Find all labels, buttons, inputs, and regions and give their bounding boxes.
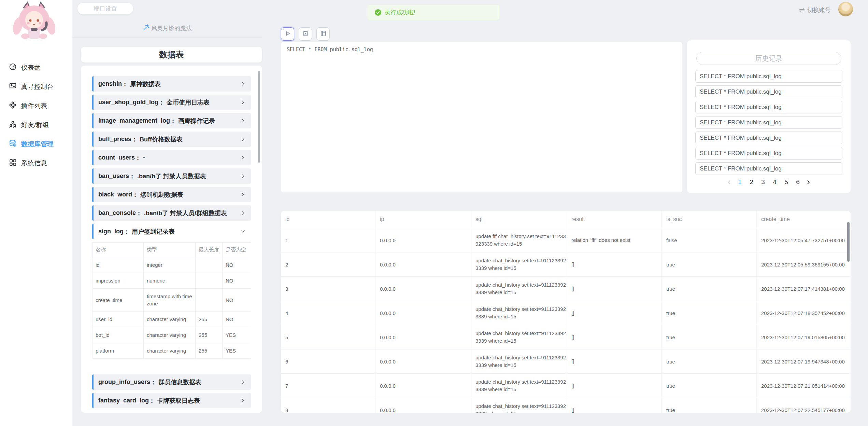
chevron-right-icon xyxy=(240,398,245,403)
history-item[interactable]: SELECT * FROM public.sql_log xyxy=(695,132,842,144)
sidebar-item-system[interactable]: 系统信息 xyxy=(0,154,72,173)
plugins-icon xyxy=(9,101,17,111)
schema-row: bot_id character varying 255 YES xyxy=(93,327,251,343)
schema-cell-nullable: NO xyxy=(223,273,251,289)
gauge-icon xyxy=(9,63,17,72)
table-name: user_shop_gold_log xyxy=(98,99,158,106)
sidebar-item-database[interactable]: 数据库管理 xyxy=(0,135,72,154)
pagination-page[interactable]: 4 xyxy=(771,178,778,186)
schema-cell-nullable: NO xyxy=(223,257,251,273)
schema-cell-maxlen xyxy=(196,273,223,289)
history-item[interactable]: SELECT * FROM public.sql_log xyxy=(695,116,842,129)
journal-icon-button[interactable] xyxy=(316,27,330,41)
sidebar-menu: 仪表盘 真寻控制台 插件列表 好友/群组 数据库管理 系统信息 xyxy=(0,58,72,173)
schema-cell-name: platform xyxy=(93,343,144,359)
sidebar-item-label: 真寻控制台 xyxy=(21,82,54,91)
sidebar-item-dashboard[interactable]: 仪表盘 xyxy=(0,58,72,77)
port-settings-button[interactable]: 端口设置 xyxy=(77,3,133,14)
chevron-right-icon xyxy=(240,118,245,123)
results-header-result: result xyxy=(567,211,662,228)
table-separator: ： xyxy=(135,154,141,162)
table-item[interactable]: ban_console：.ban/b了 封禁人员/群组数据表 xyxy=(92,205,251,221)
schema-cell-maxlen: 255 xyxy=(196,312,223,327)
table-item[interactable]: fantasy_card_log：卡牌获取日志表 xyxy=(92,393,251,408)
table-item[interactable]: ban_users：.ban/b了 封禁人员数据表 xyxy=(92,168,251,184)
cell-createtime: 2023-12-30T12:07:19.947348+00:00 xyxy=(757,349,851,374)
switch-account-label: 切换账号 xyxy=(808,6,831,14)
schema-cell-nullable: NO xyxy=(223,289,251,312)
table-item[interactable]: black_word：惩罚机制数据表 xyxy=(92,187,251,202)
table-item[interactable]: sign_log：用户签到记录表 xyxy=(92,224,251,239)
switch-account-button[interactable]: ⇌ 切换账号 xyxy=(799,6,831,14)
sidebar-item-plugins[interactable]: 插件列表 xyxy=(0,96,72,115)
schema-row: platform character varying 255 YES xyxy=(93,343,251,359)
cell-issuc: true xyxy=(662,374,757,398)
cell-issuc: true xyxy=(662,301,757,325)
history-item[interactable]: SELECT * FROM public.sql_log xyxy=(695,85,842,98)
chevron-right-icon xyxy=(240,81,245,86)
table-item[interactable]: image_management_log：画廊操作记录 xyxy=(92,113,251,128)
history-item[interactable]: SELECT * FROM public.sql_log xyxy=(695,147,842,160)
schema-cell-name: user_id xyxy=(93,312,144,327)
chevron-right-icon xyxy=(240,100,245,105)
sidebar-item-console[interactable]: 真寻控制台 xyxy=(0,77,72,96)
schema-cell-maxlen xyxy=(196,289,223,312)
clear-sql-button[interactable] xyxy=(299,27,312,41)
system-icon xyxy=(9,159,17,168)
cell-createtime: 2023-12-30T12:05:59.369155+00:00 xyxy=(757,252,851,277)
table-schema: 名称 类型 最大长度 是否为空 id integer NO xyxy=(92,242,251,359)
table-item[interactable]: count_users：- xyxy=(92,150,251,165)
schema-row: impression numeric NO xyxy=(93,273,251,289)
magic-subtitle: 风灵月影的魔法 xyxy=(72,24,263,32)
cell-id: 2 xyxy=(281,252,375,277)
history-pagination: 1 2 3 4 5 6 xyxy=(687,178,851,186)
table-name: image_management_log xyxy=(98,117,170,124)
schema-cell-name: create_time xyxy=(93,289,144,312)
results-header-id: id xyxy=(281,211,375,228)
pagination-page[interactable]: 5 xyxy=(783,178,789,186)
pagination-page[interactable]: 2 xyxy=(748,178,755,186)
tables-scrollbar-thumb[interactable] xyxy=(258,71,260,163)
table-item[interactable]: buff_prices：Buff价格数据表 xyxy=(92,132,251,147)
history-panel: 历史记录 SELECT * FROM public.sql_log SELECT… xyxy=(687,40,851,193)
history-item[interactable]: SELECT * FROM public.sql_log xyxy=(695,70,842,83)
sidebar-item-label: 插件列表 xyxy=(21,101,47,110)
cell-result: [] xyxy=(567,301,662,325)
cell-sql: update chat_history set text=91112339233… xyxy=(471,325,567,349)
schema-cell-maxlen xyxy=(196,257,223,273)
table-desc: - xyxy=(143,154,145,161)
pagination-next-icon[interactable] xyxy=(806,180,811,185)
table-item[interactable]: group_info_users：群员信息数据表 xyxy=(92,374,251,390)
pagination-page[interactable]: 3 xyxy=(760,178,766,186)
history-item[interactable]: SELECT * FROM public.sql_log xyxy=(695,162,842,175)
tables-list: genshin：原神数据表 user_shop_gold_log：金币使用日志表… xyxy=(81,66,262,413)
table-desc: Buff价格数据表 xyxy=(140,135,183,143)
schema-cell-name: bot_id xyxy=(93,327,144,343)
table-name: fantasy_card_log xyxy=(98,397,149,404)
table-separator: ： xyxy=(122,80,128,88)
run-sql-button[interactable] xyxy=(281,27,294,41)
cell-createtime: 2023-12-30T12:07:17.414381+00:00 xyxy=(757,277,851,301)
schema-cell-type: character varying xyxy=(144,327,196,343)
pagination-page[interactable]: 1 xyxy=(737,178,743,186)
pagination-page[interactable]: 6 xyxy=(795,178,801,186)
sidebar-item-friends[interactable]: 好友/群组 xyxy=(0,115,72,135)
cell-ip: 0.0.0.0 xyxy=(375,252,471,277)
user-avatar[interactable] xyxy=(838,2,853,16)
table-name: sign_log xyxy=(98,228,124,235)
trash-icon xyxy=(302,30,309,38)
sidebar-item-label: 数据库管理 xyxy=(21,140,54,149)
schema-cell-type: timestamp with time zone xyxy=(144,289,196,312)
table-item[interactable]: user_shop_gold_log：金币使用日志表 xyxy=(92,95,251,110)
table-item[interactable]: genshin：原神数据表 xyxy=(92,76,251,92)
sql-editor-input[interactable]: SELECT * FROM public.sql_log xyxy=(281,42,682,193)
history-item[interactable]: SELECT * FROM public.sql_log xyxy=(695,101,842,113)
toast-text: 执行成功啦! xyxy=(385,9,415,16)
sidebar: 仪表盘 真寻控制台 插件列表 好友/群组 数据库管理 系统信息 xyxy=(0,0,72,426)
schema-cell-maxlen: 255 xyxy=(196,343,223,359)
pagination-prev-icon[interactable] xyxy=(727,180,731,185)
results-scrollbar-thumb[interactable] xyxy=(847,222,850,262)
cell-ip: 0.0.0.0 xyxy=(375,398,471,413)
results-header-issuc: is_suc xyxy=(662,211,757,228)
table-separator: ： xyxy=(158,98,165,107)
